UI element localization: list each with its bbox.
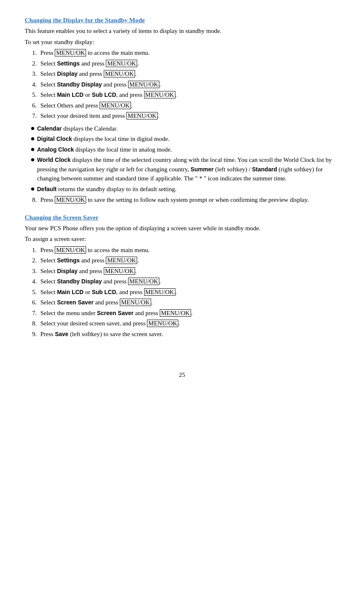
bullet-content: Analog Clock displays the local time in … <box>37 145 339 154</box>
step-number: 8. <box>25 195 40 205</box>
section2-heading: Changing the Screen Saver <box>25 214 339 221</box>
list-item: 3. Select Display and press MENU/OK. <box>25 69 339 79</box>
bullet-dot: ● <box>25 145 37 154</box>
bold-term: Save <box>55 331 68 337</box>
step-number: 7. <box>25 309 40 318</box>
menu-ok-key: MENU/OK <box>160 309 191 317</box>
menu-ok-key: MENU/OK <box>104 70 135 77</box>
bullet-dot: ● <box>25 134 37 143</box>
bold-term: Sub LCD <box>92 91 116 98</box>
menu-ok-key: MENU/OK <box>106 257 137 264</box>
bold-term: Default <box>37 186 56 192</box>
section2-steps: 1. Press MENU/OK to access the main menu… <box>25 245 339 339</box>
step-content: Select the menu under Screen Saver and p… <box>40 309 339 318</box>
bold-term: Standby Display <box>57 81 102 88</box>
step-content: Press MENU/OK to access the main menu. <box>40 48 339 58</box>
list-item: 5. Select Main LCD or Sub LCD, and press… <box>25 287 339 297</box>
step-number: 5. <box>25 90 40 100</box>
step-number: 2. <box>25 256 40 265</box>
step-content: Select Display and press MENU/OK. <box>40 69 339 79</box>
menu-ok-key: MENU/OK <box>128 278 159 285</box>
step-content: Select your desired screen saver, and pr… <box>40 319 339 328</box>
step-number: 3. <box>25 266 40 276</box>
step-number: 7. <box>25 111 40 121</box>
step-number: 6. <box>25 298 40 307</box>
bold-term: Settings <box>57 60 79 67</box>
bold-term: Screen Saver <box>57 299 93 306</box>
step-number: 3. <box>25 69 40 79</box>
section2: Changing the Screen Saver Your new PCS P… <box>25 214 339 339</box>
list-item: 9. Press Save (left softkey) to save the… <box>25 330 339 339</box>
list-item: 6. Select Screen Saver and press MENU/OK… <box>25 298 339 307</box>
list-item: ● Analog Clock displays the local time i… <box>25 145 339 154</box>
bullet-content: World Clock displays the time of the sel… <box>37 155 339 183</box>
step-content: Select Standby Display and press MENU/OK… <box>40 277 339 286</box>
menu-ok-key: MENU/OK <box>55 246 86 254</box>
step-number: 8. <box>25 319 40 328</box>
bold-term: Display <box>57 70 77 77</box>
bullet-dot: ● <box>25 155 37 164</box>
bold-term: Digital Clock <box>37 136 72 142</box>
section1-steps: 1. Press MENU/OK to access the main menu… <box>25 48 339 121</box>
section1-heading: Changing the Display for the Standby Mod… <box>25 16 339 24</box>
bold-term: Standby Display <box>57 278 102 285</box>
bold-term: Settings <box>57 257 79 264</box>
bold-term: Screen Saver <box>97 310 133 316</box>
bullet-content: Calendar displays the Calendar. <box>37 124 339 133</box>
step-number: 4. <box>25 80 40 89</box>
step-content: Select Display and press MENU/OK. <box>40 266 339 276</box>
bullet-dot: ● <box>25 124 37 133</box>
page-number: 25 <box>25 372 339 379</box>
menu-ok-key: MENU/OK <box>120 299 151 306</box>
menu-ok-key: MENU/OK <box>55 49 86 56</box>
bold-term: Standard <box>252 166 277 173</box>
step-number: 6. <box>25 101 40 110</box>
step-number: 5. <box>25 287 40 297</box>
bullet-content: Digital Clock displays the local time in… <box>37 134 339 144</box>
list-item: 8. Select your desired screen saver, and… <box>25 319 339 328</box>
section1-step8: 8. Press MENU/OK to save the setting to … <box>25 195 339 205</box>
menu-ok-key: MENU/OK <box>147 320 178 327</box>
menu-ok-key: MENU/OK <box>100 102 131 109</box>
bold-term: Sub LCD <box>92 289 116 295</box>
step-content: Select your desired item and press MENU/… <box>40 111 339 121</box>
menu-ok-key: MENU/OK <box>106 60 137 67</box>
menu-ok-key: MENU/OK <box>144 288 175 296</box>
list-item: 2. Select Settings and press MENU/OK. <box>25 59 339 68</box>
step-number: 1. <box>25 48 40 58</box>
section1-intro2: To set your standby display: <box>25 37 339 47</box>
menu-ok-key: MENU/OK <box>144 91 175 98</box>
section2-intro2: To assign a screen saver: <box>25 234 339 244</box>
step-content: Press MENU/OK to access the main menu. <box>40 245 339 255</box>
step-number: 2. <box>25 59 40 68</box>
list-item: 6. Select Others and press MENU/OK. <box>25 101 339 110</box>
section1-bullets: ● Calendar displays the Calendar. ● Digi… <box>25 124 339 194</box>
list-item: 1. Press MENU/OK to access the main menu… <box>25 48 339 58</box>
list-item: ● Default returns the standby display to… <box>25 185 339 194</box>
step-content: Select Settings and press MENU/OK. <box>40 59 339 68</box>
bold-term: Analog Clock <box>37 146 74 153</box>
section1-intro1: This feature enables you to select a var… <box>25 26 339 36</box>
step-content: Select Main LCD or Sub LCD, and press ME… <box>40 90 339 100</box>
step-content: Select Standby Display and press MENU/OK… <box>40 80 339 89</box>
bold-term: Main LCD <box>57 91 84 98</box>
list-item: 4. Select Standby Display and press MENU… <box>25 277 339 286</box>
bold-term: Display <box>57 268 77 274</box>
list-item: 2. Select Settings and press MENU/OK. <box>25 256 339 265</box>
step-content: Select Main LCD or Sub LCD, and press ME… <box>40 287 339 297</box>
list-item: 3. Select Display and press MENU/OK. <box>25 266 339 276</box>
list-item: 1. Press MENU/OK to access the main menu… <box>25 245 339 255</box>
step-number: 4. <box>25 277 40 286</box>
list-item: 4. Select Standby Display and press MENU… <box>25 80 339 89</box>
list-item: 5. Select Main LCD or Sub LCD, and press… <box>25 90 339 100</box>
list-item: 8. Press MENU/OK to save the setting to … <box>25 195 339 205</box>
step-content: Select Settings and press MENU/OK. <box>40 256 339 265</box>
list-item: ● World Clock displays the time of the s… <box>25 155 339 183</box>
bullet-dot: ● <box>25 185 37 194</box>
step-content: Press Save (left softkey) to save the sc… <box>40 330 339 339</box>
menu-ok-key: MENU/OK <box>104 267 135 275</box>
bold-term: World Clock <box>37 157 70 163</box>
section1: Changing the Display for the Standby Mod… <box>25 16 339 205</box>
list-item: 7. Select the menu under Screen Saver an… <box>25 309 339 318</box>
step-content: Select Others and press MENU/OK. <box>40 101 339 110</box>
